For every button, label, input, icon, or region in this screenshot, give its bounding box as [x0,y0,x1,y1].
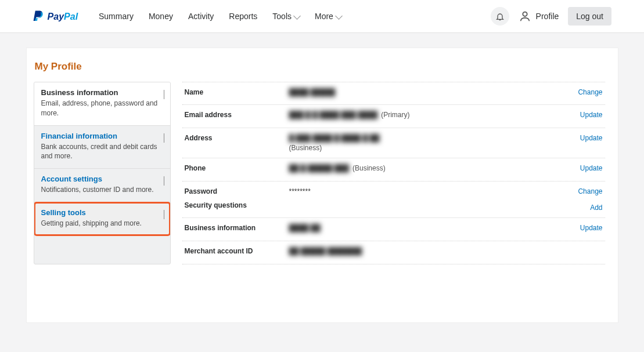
row-actions: Update [580,164,603,172]
logout-button[interactable]: Log out [568,7,611,26]
redacted-value: ██ █ █████ ███ [289,164,350,172]
sidebar-item-desc: Notifications, customer ID and more. [41,185,163,195]
row-label: Address [185,134,289,142]
svg-point-1 [523,12,527,16]
nav-activity[interactable]: Activity [188,12,214,21]
svg-text:PayPal: PayPal [48,12,78,21]
value-subtext: (Business) [289,144,580,152]
redacted-value: ████ ██ [289,224,321,232]
sidebar-item-title: Business information [41,88,163,97]
row-value: ██ █████ ███████ [289,247,603,255]
paypal-logo[interactable]: PayPal [33,9,88,24]
row-value: ████ █████ [289,88,578,96]
row-actions: Update [580,224,603,232]
nav-reports[interactable]: Reports [229,12,257,21]
sidebar-item-desc: Bank accounts, credit and debit cards an… [41,142,163,162]
row-value: █ ███ ████ █ ████ █ ██(Business) [289,134,580,152]
redacted-value: ████ █████ [289,88,336,96]
value-suffix: (Primary) [381,111,409,119]
chevron-right-icon [164,210,164,219]
detail-row-phone: Phone██ █ █████ ███(Business)Update [182,158,605,182]
sidebar-item-business-information[interactable]: Business informationEmail, address, phon… [34,82,170,126]
detail-row-merchant-account-id: Merchant account ID██ █████ ███████ [182,241,605,264]
row-actions: Update [580,134,603,142]
row-label: Email address [185,111,289,119]
row-value: ████ ██ [289,224,580,232]
chevron-right-icon [164,90,164,99]
row-actions: ChangeAdd [578,187,602,212]
update-link[interactable]: Update [580,134,603,142]
nav-money[interactable]: Money [149,12,173,21]
notifications-button[interactable] [491,7,509,26]
profile-button[interactable]: Profile [519,10,559,23]
profile-label: Profile [536,12,559,21]
sidebar-item-title: Selling tools [41,208,163,217]
sidebar-item-financial-information[interactable]: Financial informationBank accounts, cred… [34,126,170,169]
detail-row-business-information: Business information████ ██Update [182,218,605,241]
row-label: Business information [185,224,289,232]
row-value: ███ █ █ ████ ███ ████(Primary) [289,111,580,119]
row-value: ******** [289,187,578,195]
sidebar-item-title: Financial information [41,132,163,140]
detail-row-address: Address█ ███ ████ █ ████ █ ██(Business)U… [182,128,605,158]
nav-summary[interactable]: Summary [99,12,134,21]
sidebar-item-account-settings[interactable]: Account settingsNotifications, customer … [34,169,170,202]
detail-row-email-address: Email address███ █ █ ████ ███ ████(Prima… [182,105,605,128]
nav-right: Profile Log out [491,7,611,26]
sidebar-item-selling-tools[interactable]: Selling toolsGetting paid, shipping and … [34,202,170,235]
chevron-right-icon [164,133,164,142]
value-suffix: (Business) [352,164,386,172]
sidebar-item-desc: Getting paid, shipping and more. [41,219,163,228]
redacted-value: ██ █████ ███████ [289,247,362,255]
row-actions: Change [578,88,602,96]
row-label: Phone [185,164,289,172]
chevron-down-icon [293,12,301,20]
profile-container: My Profile Business informationEmail, ad… [26,48,618,323]
bell-icon [495,12,505,21]
profile-details: Name████ █████ChangeEmail address███ █ █… [182,82,611,264]
page-title: My Profile [35,61,618,72]
nav-tools[interactable]: Tools [272,12,300,21]
sidebar-item-desc: Email, address, phone, password and more… [41,99,163,118]
update-link[interactable]: Update [580,224,603,232]
top-nav-bar: PayPal Summary Money Activity Reports To… [0,0,644,33]
nav-more-label: More [315,12,333,21]
chevron-right-icon [164,176,164,185]
row-label: Merchant account ID [185,247,289,255]
user-icon [519,10,531,23]
nav-tools-label: Tools [272,12,292,21]
detail-row-name: Name████ █████Change [182,82,605,105]
row-label: Security questions [185,201,289,209]
detail-row-password: PasswordSecurity questions********Change… [182,182,605,218]
profile-sidebar: Business informationEmail, address, phon… [34,82,171,264]
add-link[interactable]: Add [590,204,602,212]
sidebar-item-title: Account settings [41,175,163,183]
row-label: Name [185,88,289,96]
plain-value: ******** [289,187,311,195]
redacted-value: █ ███ ████ █ ████ █ ██ [289,134,380,142]
update-link[interactable]: Update [580,164,603,172]
main-nav: Summary Money Activity Reports Tools Mor… [99,12,491,21]
redacted-value: ███ █ █ ████ ███ ████ [289,111,378,119]
change-link[interactable]: Change [578,88,602,96]
row-label: Password [185,187,289,195]
nav-more[interactable]: More [315,12,341,21]
chevron-down-icon [335,12,343,20]
row-actions: Update [580,111,603,119]
update-link[interactable]: Update [580,111,603,119]
row-value: ██ █ █████ ███(Business) [289,164,580,172]
change-link[interactable]: Change [578,187,602,195]
